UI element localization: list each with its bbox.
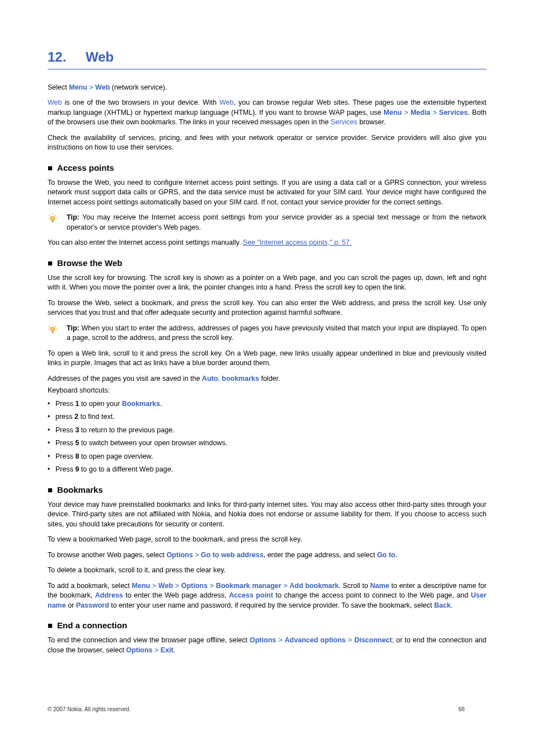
tip-body: Tip: When you start to enter the address… (67, 324, 486, 343)
ui-label: Back (434, 601, 451, 609)
ui-label: Exit (161, 646, 174, 654)
body-text: To add a bookmark, select Menu > Web > O… (48, 581, 486, 611)
ui-label: Web (219, 99, 233, 106)
list-item: Press 3 to return to the previous page. (48, 426, 486, 436)
section-heading: ■Browse the Web (48, 257, 486, 269)
body-text: Keyboard shortcuts: (48, 386, 486, 396)
ui-label: Options (250, 636, 276, 644)
svg-point-5 (50, 216, 55, 221)
svg-line-1 (49, 216, 50, 217)
tip-lightbulb-icon (48, 213, 67, 223)
ui-label: Services (331, 118, 358, 126)
list-item: Press 9 to go to a different Web page. (48, 465, 486, 475)
list-item: Press 1 to open your Bookmarks. (48, 399, 486, 409)
list-item: Press 8 to open page overview. (48, 452, 486, 462)
svg-line-2 (55, 216, 57, 217)
body-text: Web is one of the two browsers in your d… (48, 98, 486, 128)
body-text: Select Menu > Web (network service). (48, 83, 486, 93)
ui-label: Web (48, 99, 62, 106)
chapter-number: 12. (48, 48, 86, 67)
cross-reference-link[interactable]: See "Internet access points," p. 57. (243, 239, 352, 246)
tip-block: Tip: When you start to enter the address… (48, 324, 486, 343)
copyright-text: © 2007 Nokia. All rights reserved. (48, 706, 458, 713)
square-bullet-icon: ■ (48, 163, 53, 172)
shortcut-list: Press 1 to open your Bookmarks. press 2 … (48, 399, 486, 475)
ui-label: Services (439, 109, 467, 116)
tip-body: Tip: You may receive the Internet access… (67, 213, 486, 232)
square-bullet-icon: ■ (48, 620, 53, 630)
chapter-title: Web (86, 49, 114, 64)
page-footer: © 2007 Nokia. All rights reserved. 68 (48, 706, 486, 713)
list-item: Press 5 to switch between your open brow… (48, 438, 486, 449)
svg-line-8 (49, 326, 50, 327)
body-text: You can also enter the Internet access p… (48, 238, 486, 248)
tip-lightbulb-icon (48, 324, 67, 334)
ui-label: Advanced options (285, 636, 346, 644)
square-bullet-icon: ■ (48, 485, 53, 494)
svg-point-12 (50, 327, 55, 332)
ui-label: Options (126, 646, 152, 654)
section-heading: ■End a connection (48, 619, 486, 631)
ui-label: Bookmarks (122, 400, 160, 408)
ui-label: Add bookmark (289, 582, 339, 590)
body-text: To open a Web link, scroll to it and pre… (48, 349, 486, 368)
ui-label: Go to web address (201, 551, 264, 559)
body-text: To end the connection and view the brows… (48, 636, 486, 655)
ui-label: Options (181, 582, 208, 590)
svg-rect-13 (52, 331, 54, 333)
ui-label: Name (370, 582, 389, 590)
body-text: To view a bookmarked Web page, scroll to… (48, 535, 486, 545)
ui-label: Web (95, 83, 110, 91)
ui-label: Media (410, 109, 430, 116)
page-number: 68 (458, 706, 486, 713)
ui-label: Access point (229, 591, 273, 599)
list-item: press 2 to find text. (48, 412, 486, 422)
body-text: Use the scroll key for browsing. The scr… (48, 273, 486, 293)
ui-label: Address (95, 591, 123, 599)
body-text: To browse the Web, select a bookmark, an… (48, 298, 486, 318)
body-text: To browse another Web pages, select Opti… (48, 550, 486, 561)
section-heading: ■Access points (48, 162, 486, 174)
ui-label: Menu (383, 109, 402, 116)
section-heading: ■Bookmarks (48, 484, 486, 496)
ui-label: Options (166, 551, 193, 559)
ui-label: Password (76, 601, 109, 609)
square-bullet-icon: ■ (48, 258, 53, 268)
body-text: Your device may have preinstalled bookma… (48, 500, 486, 530)
ui-label: Auto. bookmarks (202, 375, 259, 382)
tip-block: Tip: You may receive the Internet access… (48, 213, 486, 232)
chapter-heading: 12.Web (48, 48, 486, 69)
ui-label: Go to (377, 551, 396, 559)
body-text: To browse the Web, you need to configure… (48, 178, 486, 208)
body-text: Check the availability of services, pric… (48, 133, 486, 153)
body-text: Addresses of the pages you visit are sav… (48, 374, 486, 384)
body-text: To delete a bookmark, scroll to it, and … (48, 566, 486, 576)
ui-label: Menu (132, 582, 151, 590)
svg-line-9 (55, 326, 57, 327)
ui-label: Web (158, 582, 173, 590)
ui-label: Menu (69, 83, 87, 91)
svg-rect-6 (52, 221, 54, 222)
ui-label: Disconnect (354, 636, 392, 644)
ui-label: Bookmark manager (216, 582, 282, 590)
